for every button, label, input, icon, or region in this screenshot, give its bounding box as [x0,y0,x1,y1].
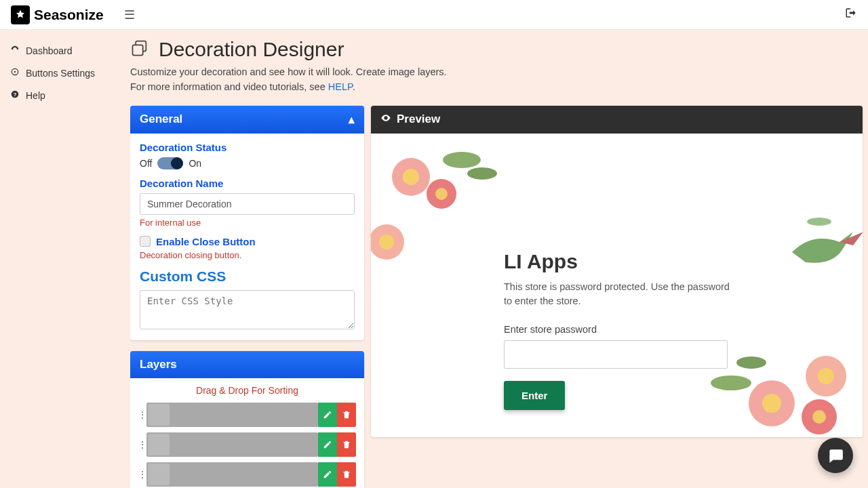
copy-icon [130,39,149,60]
hamburger-icon[interactable]: ☰ [124,7,135,22]
enable-close-hint: Decoration closing button. [140,250,355,260]
chat-bubble-button[interactable] [818,438,853,473]
logo-text: Seasonize [34,7,104,23]
sidebar-item-label: Dashboard [26,45,73,56]
custom-css-input[interactable] [140,290,355,329]
drag-handle-icon[interactable]: ⋮ [138,403,146,427]
svg-point-13 [379,235,394,249]
layers-panel-header[interactable]: Layers [130,351,364,378]
decoration-name-input[interactable] [140,193,355,215]
chevron-up-icon: ▴ [349,113,355,127]
page-title: Decoration Designer [159,38,344,61]
layer-thumb [148,404,170,426]
preview-panel: Preview [371,106,863,437]
sidebar-item-help[interactable]: ? Help [8,84,122,106]
sidebar: Dashboard Buttons Settings ? Help [0,30,130,488]
store-title: LI Apps [504,250,734,273]
svg-point-7 [403,169,419,185]
layer-delete-button[interactable] [337,403,356,427]
layer-bar [146,403,318,427]
svg-point-14 [807,218,831,226]
svg-point-11 [467,167,497,180]
svg-point-9 [435,188,448,200]
help-icon: ? [9,89,20,101]
eye-icon [380,113,391,127]
layer-bar [146,432,318,457]
password-label: Enter store password [504,324,734,335]
layer-row[interactable]: ⋮ [138,462,356,487]
page-subtitle: Customize your decoration and see how it… [130,65,863,95]
circle-dot-icon [9,67,20,79]
layer-edit-button[interactable] [318,403,337,427]
decoration-status-toggle[interactable] [157,157,183,169]
general-panel: General ▴ Decoration Status Off On [130,106,364,340]
svg-point-22 [736,357,766,369]
app-logo[interactable]: Seasonize [11,5,104,24]
layer-bar [146,462,318,487]
preview-canvas: LI Apps This store is password protected… [371,134,863,437]
sidebar-item-buttons-settings[interactable]: Buttons Settings [8,62,122,84]
chat-icon [827,447,844,464]
svg-point-1 [14,71,16,73]
svg-rect-5 [133,45,143,55]
custom-css-label: Custom CSS [140,268,355,285]
layer-thumb [148,434,170,455]
svg-point-18 [818,368,834,384]
layer-edit-button[interactable] [318,432,337,457]
on-label: On [189,158,201,169]
help-link[interactable]: HELP [328,81,353,92]
sidebar-item-label: Buttons Settings [26,68,95,79]
flower-decoration [374,136,509,224]
decoration-name-label: Decoration Name [140,178,355,189]
enter-button[interactable]: Enter [504,381,565,410]
preview-panel-header: Preview [371,106,863,134]
sidebar-item-dashboard[interactable]: Dashboard [8,39,122,62]
flower-decoration [371,215,417,276]
layer-row[interactable]: ⋮ [138,403,356,427]
layer-delete-button[interactable] [337,462,356,487]
layers-panel: Layers Drag & Drop For Sorting ⋮ ⋮ [130,351,364,489]
layer-delete-button[interactable] [337,432,356,457]
dashboard-icon [9,45,20,56]
decoration-status-label: Decoration Status [140,142,355,153]
general-panel-header[interactable]: General ▴ [130,106,364,134]
bird-decoration [778,205,863,293]
decoration-name-hint: For internal use [140,218,355,228]
layer-edit-button[interactable] [318,462,337,487]
store-password-input[interactable] [504,340,728,369]
store-desc: This store is password protected. Use th… [504,280,734,310]
off-label: Off [140,158,152,169]
svg-text:?: ? [14,92,17,98]
sidebar-item-label: Help [26,90,45,101]
enable-close-label: Enable Close Button [156,236,256,247]
layer-row[interactable]: ⋮ [138,432,356,457]
svg-point-10 [443,152,481,168]
enable-close-checkbox[interactable] [140,236,151,247]
drag-handle-icon[interactable]: ⋮ [138,462,146,487]
layer-thumb [148,464,170,485]
svg-point-16 [762,394,781,413]
svg-point-20 [812,410,826,424]
drag-handle-icon[interactable]: ⋮ [138,432,146,457]
logout-icon[interactable] [845,7,857,22]
layers-hint: Drag & Drop For Sorting [138,385,356,396]
logo-icon [11,5,30,24]
